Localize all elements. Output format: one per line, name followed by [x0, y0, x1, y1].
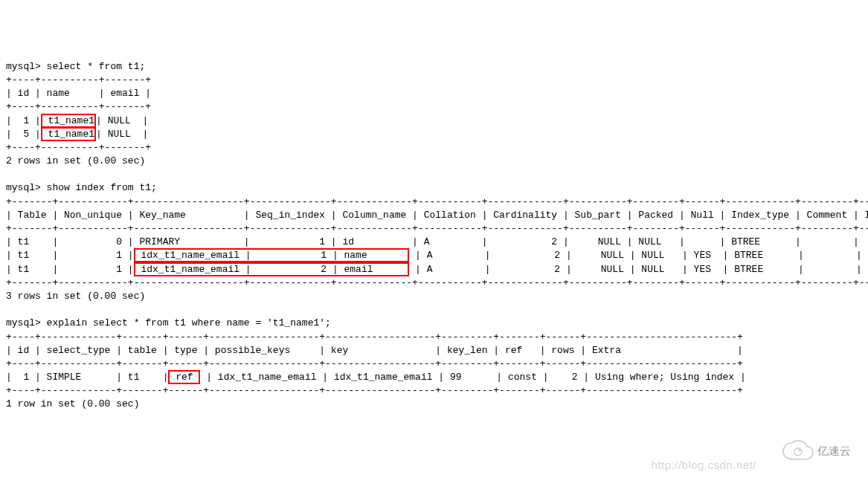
mysql-prompt: mysql> — [6, 317, 47, 328]
status-line: 1 row in set (0.00 sec) — [6, 398, 139, 409]
table-row: | A | 2 | NULL | NULL | YES | BTREE | | … — [409, 264, 868, 275]
table-separator: +----+-------------+-------+------+-----… — [6, 331, 743, 343]
table-row: | idx_t1_name_email | idx_t1_name_email … — [200, 372, 745, 383]
mysql-prompt: mysql> — [6, 61, 47, 72]
table-row: | A | 2 | NULL | NULL | YES | BTREE | | … — [409, 250, 868, 261]
highlight-type-cell: ref — [168, 370, 200, 384]
status-line: 2 rows in set (0.00 sec) — [6, 155, 145, 166]
svg-point-0 — [794, 448, 802, 456]
table-separator: +----+-------------+-------+------+-----… — [6, 358, 743, 369]
svg-point-1 — [799, 449, 801, 451]
sql-query-2: show index from t1; — [47, 182, 157, 193]
terminal-output: mysql> select * from t1; +----+---------… — [6, 60, 862, 412]
table-header: | Table | Non_unique | Key_name | Seq_in… — [6, 210, 868, 221]
highlight-name-cell: t1_name1 — [41, 114, 96, 128]
table-row: | t1 | 1 | — [6, 264, 134, 275]
table-row: | 1 | SIMPLE | t1 | — [6, 372, 168, 383]
table-row: | t1 | 1 | — [6, 250, 134, 261]
watermark-logo: 亿速云 — [780, 411, 855, 477]
table-header: | id | name | email | — [6, 88, 151, 99]
watermark-logo-text: 亿速云 — [817, 444, 851, 457]
status-line: 3 rows in set (0.00 sec) — [6, 291, 145, 302]
table-separator: +-------+------------+------------------… — [6, 277, 868, 288]
table-separator: +----+----------+-------+ — [6, 101, 151, 112]
table-row: | t1 | 0 | PRIMARY | 1 | id | A | 2 | NU… — [6, 236, 868, 247]
highlight-index-row: idx_t1_name_email | 2 | email — [134, 262, 410, 276]
table-separator: +----+----------+-------+ — [6, 142, 151, 153]
table-header: | id | select_type | table | type | poss… — [6, 345, 743, 356]
sql-query-3: explain select * from t1 where name = 't… — [47, 317, 331, 328]
sql-query-1: select * from t1; — [47, 61, 146, 72]
highlight-name-cell: t1_name1 — [41, 127, 96, 141]
table-row: | 1 | — [6, 115, 41, 126]
highlight-index-row: idx_t1_name_email | 1 | name — [134, 248, 410, 262]
table-separator: +----+-------------+-------+------+-----… — [6, 385, 743, 396]
table-row: | NULL | — [96, 115, 148, 126]
watermark-url: http://blog.csdn.net/ — [652, 457, 756, 473]
table-row: | 5 | — [6, 129, 41, 140]
mysql-prompt: mysql> — [6, 182, 47, 193]
table-separator: +-------+------------+------------------… — [6, 223, 868, 234]
table-separator: +----+----------+-------+ — [6, 74, 151, 85]
table-row: | NULL | — [96, 129, 148, 140]
table-separator: +-------+------------+------------------… — [6, 196, 868, 207]
